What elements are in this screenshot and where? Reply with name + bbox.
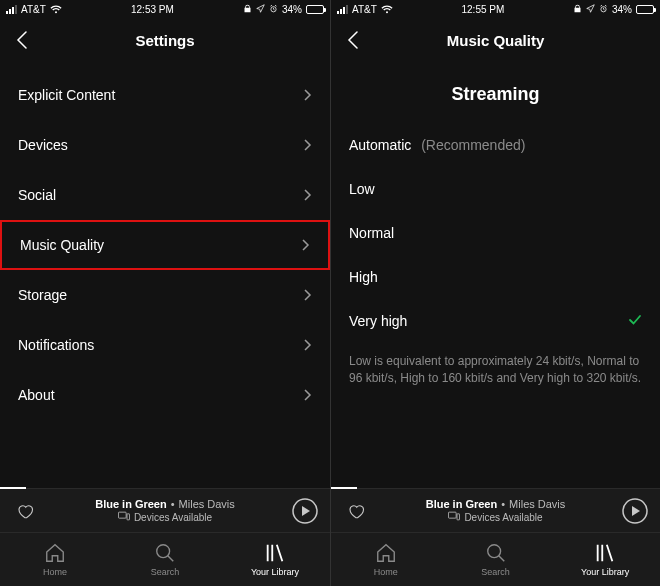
option-label: Very high bbox=[349, 313, 407, 329]
battery-icon bbox=[306, 5, 324, 14]
option-label: High bbox=[349, 269, 378, 285]
svg-point-4 bbox=[157, 545, 170, 558]
alarm-icon bbox=[599, 4, 608, 15]
battery-pct: 34% bbox=[282, 4, 302, 15]
signal-icon bbox=[337, 5, 348, 14]
section-title: Streaming bbox=[331, 84, 660, 105]
wifi-icon bbox=[381, 5, 393, 14]
signal-icon bbox=[6, 5, 17, 14]
chevron-right-icon bbox=[304, 89, 312, 101]
song-title: Blue in Green bbox=[426, 498, 498, 510]
tab-label: Search bbox=[151, 567, 180, 577]
settings-screen: AT&T 12:53 PM 34% Settings Explicit Cont… bbox=[0, 0, 330, 586]
checkmark-icon bbox=[628, 313, 642, 330]
music-quality-screen: AT&T 12:55 PM 34% Music Quality Streamin… bbox=[330, 0, 660, 586]
svg-rect-6 bbox=[449, 512, 457, 518]
row-music-quality[interactable]: Music Quality bbox=[0, 220, 330, 270]
lock-icon bbox=[243, 4, 252, 15]
row-explicit-content[interactable]: Explicit Content bbox=[0, 70, 330, 120]
row-label: Music Quality bbox=[20, 237, 104, 253]
status-bar: AT&T 12:55 PM 34% bbox=[331, 0, 660, 18]
back-button[interactable] bbox=[343, 30, 363, 50]
option-automatic[interactable]: Automatic (Recommended) bbox=[331, 123, 660, 167]
settings-list: Explicit Content Devices Social Music Qu… bbox=[0, 62, 330, 488]
tab-library[interactable]: Your Library bbox=[550, 533, 660, 586]
option-label: Normal bbox=[349, 225, 394, 241]
svg-rect-7 bbox=[457, 514, 460, 520]
recommended-label: (Recommended) bbox=[421, 137, 525, 153]
clock-label: 12:55 PM bbox=[462, 4, 505, 15]
option-label: Low bbox=[349, 181, 375, 197]
play-button[interactable] bbox=[620, 497, 650, 525]
svg-point-9 bbox=[487, 545, 500, 558]
tab-bar: Home Search Your Library bbox=[0, 532, 330, 586]
alarm-icon bbox=[269, 4, 278, 15]
now-playing-info: Blue in Green•Miles Davis Devices Availa… bbox=[379, 498, 612, 523]
battery-icon bbox=[636, 5, 654, 14]
lock-icon bbox=[573, 4, 582, 15]
option-low[interactable]: Low bbox=[331, 167, 660, 211]
option-normal[interactable]: Normal bbox=[331, 211, 660, 255]
page-title: Settings bbox=[135, 32, 194, 49]
row-storage[interactable]: Storage bbox=[0, 270, 330, 320]
devices-label: Devices Available bbox=[464, 512, 542, 523]
tab-search[interactable]: Search bbox=[441, 533, 551, 586]
svg-rect-2 bbox=[127, 514, 130, 520]
now-playing-bar[interactable]: Blue in Green•Miles Davis Devices Availa… bbox=[0, 488, 330, 532]
back-button[interactable] bbox=[12, 30, 32, 50]
tab-home[interactable]: Home bbox=[0, 533, 110, 586]
like-button[interactable] bbox=[10, 502, 40, 520]
now-playing-info: Blue in Green•Miles Davis Devices Availa… bbox=[48, 498, 282, 523]
tab-label: Home bbox=[374, 567, 398, 577]
row-social[interactable]: Social bbox=[0, 170, 330, 220]
row-about[interactable]: About bbox=[0, 370, 330, 420]
carrier-label: AT&T bbox=[352, 4, 377, 15]
chevron-right-icon bbox=[304, 189, 312, 201]
status-bar: AT&T 12:53 PM 34% bbox=[0, 0, 330, 18]
tab-search[interactable]: Search bbox=[110, 533, 220, 586]
row-label: Storage bbox=[18, 287, 67, 303]
page-title: Music Quality bbox=[447, 32, 545, 49]
chevron-right-icon bbox=[304, 289, 312, 301]
quality-options: Streaming Automatic (Recommended) Low No… bbox=[331, 62, 660, 488]
tab-home[interactable]: Home bbox=[331, 533, 441, 586]
row-notifications[interactable]: Notifications bbox=[0, 320, 330, 370]
artist-name: Miles Davis bbox=[509, 498, 565, 510]
tab-library[interactable]: Your Library bbox=[220, 533, 330, 586]
now-playing-bar[interactable]: Blue in Green•Miles Davis Devices Availa… bbox=[331, 488, 660, 532]
row-label: About bbox=[18, 387, 55, 403]
row-label: Social bbox=[18, 187, 56, 203]
option-label: Automatic bbox=[349, 137, 411, 153]
clock-label: 12:53 PM bbox=[131, 4, 174, 15]
song-title: Blue in Green bbox=[95, 498, 167, 510]
quality-note: Low is equivalent to approximately 24 kb… bbox=[331, 343, 660, 388]
chevron-right-icon bbox=[304, 139, 312, 151]
devices-icon bbox=[448, 511, 460, 523]
progress-indicator bbox=[0, 487, 26, 489]
option-very-high[interactable]: Very high bbox=[331, 299, 660, 343]
option-high[interactable]: High bbox=[331, 255, 660, 299]
chevron-right-icon bbox=[304, 339, 312, 351]
location-icon bbox=[256, 4, 265, 15]
carrier-label: AT&T bbox=[21, 4, 46, 15]
tab-bar: Home Search Your Library bbox=[331, 532, 660, 586]
header: Music Quality bbox=[331, 18, 660, 62]
battery-pct: 34% bbox=[612, 4, 632, 15]
chevron-right-icon bbox=[304, 389, 312, 401]
row-label: Notifications bbox=[18, 337, 94, 353]
devices-label: Devices Available bbox=[134, 512, 212, 523]
wifi-icon bbox=[50, 5, 62, 14]
tab-label: Home bbox=[43, 567, 67, 577]
row-devices[interactable]: Devices bbox=[0, 120, 330, 170]
tab-label: Search bbox=[481, 567, 510, 577]
tab-label: Your Library bbox=[251, 567, 299, 577]
row-label: Explicit Content bbox=[18, 87, 115, 103]
artist-name: Miles Davis bbox=[179, 498, 235, 510]
tab-label: Your Library bbox=[581, 567, 629, 577]
row-label: Devices bbox=[18, 137, 68, 153]
devices-icon bbox=[118, 511, 130, 523]
play-button[interactable] bbox=[290, 497, 320, 525]
header: Settings bbox=[0, 18, 330, 62]
svg-rect-1 bbox=[118, 512, 126, 518]
like-button[interactable] bbox=[341, 502, 371, 520]
